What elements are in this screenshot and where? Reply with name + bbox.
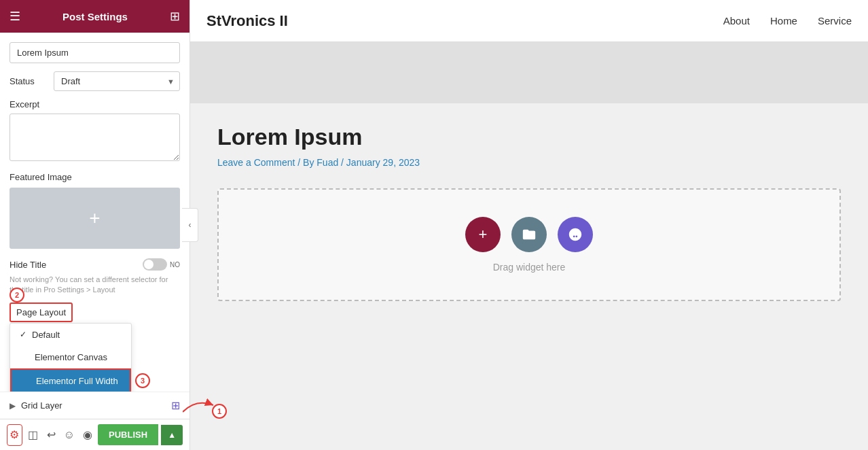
- grid-layer-icon: ⊞: [171, 399, 180, 412]
- status-row: Status Draft Published Pending Review ▼: [10, 71, 180, 91]
- collapse-sidebar-button[interactable]: ‹: [182, 208, 198, 242]
- emoji-widget-button[interactable]: [558, 217, 593, 252]
- badge-2: 2: [10, 288, 24, 302]
- drag-hint: Drag widget here: [493, 262, 566, 273]
- history-icon[interactable]: ↩: [43, 424, 59, 446]
- grid-layer-left: ▶ Grid Layer: [10, 400, 62, 411]
- nav-service[interactable]: Service: [818, 15, 852, 27]
- sidebar-content: Status Draft Published Pending Review ▼ …: [0, 33, 189, 392]
- add-image-icon: +: [89, 207, 100, 229]
- dropdown-item-fullwidth-label: Elementor Full Width: [36, 376, 118, 386]
- expand-icon[interactable]: ▶: [10, 401, 16, 411]
- sidebar-header: ☰ Post Settings ⊞: [0, 0, 189, 33]
- banner-area: [190, 42, 868, 103]
- grid-layer-row: ▶ Grid Layer ⊞ 1: [0, 392, 189, 419]
- publish-dropdown-button[interactable]: ▲: [161, 425, 183, 445]
- dropdown-item-default[interactable]: ✓ Default: [10, 324, 131, 346]
- grid-layer-label: Grid Layer: [21, 400, 62, 411]
- dropdown-item-default-label: Default: [32, 330, 60, 340]
- toggle-thumb: [144, 260, 153, 269]
- nav-links: About Home Service: [723, 15, 852, 27]
- folder-widget-button[interactable]: [511, 217, 547, 252]
- status-select-wrapper: Draft Published Pending Review ▼: [54, 71, 180, 91]
- excerpt-textarea[interactable]: [10, 114, 180, 161]
- settings-icon[interactable]: ⚙: [7, 424, 22, 446]
- add-widget-button[interactable]: +: [465, 217, 501, 252]
- bottom-toolbar: ⚙ ◫ ↩ ☺ ◉ PUBLISH ▲: [0, 419, 189, 450]
- site-title: StVronics II: [206, 12, 288, 30]
- hint-text: Not working? You can set a different sel…: [10, 275, 180, 296]
- featured-image-box[interactable]: +: [10, 188, 180, 249]
- widget-icons-row: +: [465, 217, 593, 252]
- page-layout-dropdown: ✓ Default Elementor Canvas Elementor Ful…: [10, 323, 132, 392]
- page-layout-button[interactable]: Page Layout: [10, 302, 73, 322]
- post-meta: Leave a Comment / By Fuad / January 29, …: [217, 157, 841, 168]
- sidebar-title: Post Settings: [62, 11, 128, 22]
- excerpt-label: Excerpt: [10, 99, 180, 109]
- hamburger-icon[interactable]: ☰: [10, 9, 20, 24]
- nav-home[interactable]: Home: [770, 15, 797, 27]
- comments-icon[interactable]: ☺: [61, 424, 77, 446]
- hide-title-row: Hide Title NO: [10, 258, 180, 271]
- dropdown-item-fullwidth[interactable]: Elementor Full Width 3: [10, 368, 131, 392]
- eye-icon[interactable]: ◉: [79, 424, 95, 446]
- post-title: Lorem Ipsum: [217, 124, 841, 150]
- dropdown-item-canvas-label: Elementor Canvas: [35, 352, 107, 362]
- toggle-no-label: NO: [170, 261, 180, 269]
- top-nav: StVronics II About Home Service: [190, 0, 868, 42]
- grid-icon[interactable]: ⊞: [170, 9, 180, 24]
- sidebar: ☰ Post Settings ⊞ Status Draft Published…: [0, 0, 190, 450]
- widget-area[interactable]: + Drag widget here: [217, 188, 841, 301]
- hide-title-label: Hide Title: [10, 260, 46, 270]
- status-select[interactable]: Draft Published Pending Review: [54, 71, 180, 91]
- toggle-wrapper: NO: [143, 258, 180, 271]
- dropdown-item-canvas[interactable]: Elementor Canvas: [10, 346, 131, 368]
- badge-1: 1: [212, 404, 227, 419]
- publish-button[interactable]: PUBLISH: [98, 424, 158, 445]
- hide-title-toggle[interactable]: [143, 258, 167, 271]
- main-area: StVronics II About Home Service Lorem Ip…: [190, 0, 868, 450]
- dropdown-menu-wrapper: ✓ Default Elementor Canvas Elementor Ful…: [10, 323, 132, 392]
- content-area: Lorem Ipsum Leave a Comment / By Fuad / …: [190, 103, 868, 450]
- layers-icon[interactable]: ◫: [25, 424, 41, 446]
- checkmark-icon: ✓: [20, 330, 26, 339]
- title-input[interactable]: [10, 42, 180, 63]
- nav-about[interactable]: About: [723, 15, 750, 27]
- dropdown-anchor: 2 Page Layout ✓ Default Elementor Canvas: [10, 302, 180, 328]
- page-layout-container: 2 Page Layout ✓ Default Elementor Canvas: [10, 302, 180, 328]
- featured-image-label: Featured Image: [10, 172, 180, 182]
- status-label: Status: [10, 76, 47, 86]
- badge-3: 3: [135, 373, 150, 388]
